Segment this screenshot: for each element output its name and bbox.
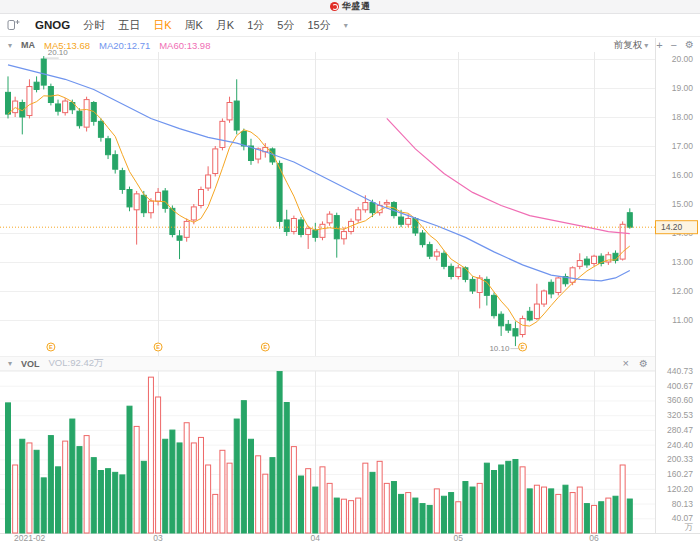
svg-text:120.20: 120.20 xyxy=(667,484,693,494)
symbol-label: GNOG xyxy=(35,19,70,31)
svg-text:240.40: 240.40 xyxy=(667,440,693,450)
vol-label: VOL xyxy=(21,359,40,369)
chart-toolbar: GNOG 分时五日日K周K月K1分5分15分 ▾ xyxy=(0,14,700,37)
adjust-mode-button[interactable]: 前复权 ▾ xyxy=(614,39,649,52)
svg-text:06: 06 xyxy=(589,533,599,543)
svg-text:15.00: 15.00 xyxy=(672,199,694,209)
vol-value: VOL:92.42万 xyxy=(49,357,104,370)
svg-text:03: 03 xyxy=(153,533,163,543)
ma-collapse-icon[interactable]: ▾ xyxy=(8,41,12,50)
svg-text:04: 04 xyxy=(311,533,321,543)
svg-text:320.53: 320.53 xyxy=(667,410,693,420)
top-title-bar: 华盛通 xyxy=(0,0,700,14)
svg-text:160.27: 160.27 xyxy=(667,469,693,479)
svg-text:E: E xyxy=(521,344,525,350)
svg-text:20.00: 20.00 xyxy=(672,54,694,64)
event-marker-icon[interactable]: E xyxy=(47,343,55,351)
zoom-out-button[interactable]: − xyxy=(671,40,677,51)
chart-settings-gear-icon[interactable]: ⚙ xyxy=(685,40,694,50)
huasheng-logo-icon xyxy=(330,2,339,11)
adjust-mode-label: 前复权 xyxy=(614,39,643,52)
svg-text:400.67: 400.67 xyxy=(667,381,693,391)
svg-text:280.47: 280.47 xyxy=(667,425,693,435)
tab-5min[interactable]: 5分 xyxy=(277,18,294,33)
tab-five-day[interactable]: 五日 xyxy=(118,18,140,33)
ma-label: MA xyxy=(21,40,35,50)
chart-controls: 前复权 ▾ + − ⚙ xyxy=(614,39,700,52)
tab-timeshare[interactable]: 分时 xyxy=(83,18,105,33)
ma60-value: MA60:13.98 xyxy=(159,40,210,51)
zoom-in-button[interactable]: + xyxy=(656,40,662,51)
event-marker-icon[interactable]: E xyxy=(261,343,269,351)
svg-text:13.00: 13.00 xyxy=(672,257,694,267)
event-marker-icon[interactable]: E xyxy=(519,343,527,351)
annotation-layer: 20.1010.10EEEE xyxy=(0,48,655,353)
svg-text:11.00: 11.00 xyxy=(672,315,693,325)
last-price-tag: 14.20 xyxy=(656,221,698,234)
brand-name: 华盛通 xyxy=(342,0,371,13)
ma20-value: MA20:12.71 xyxy=(99,40,150,51)
svg-text:05: 05 xyxy=(454,533,464,543)
svg-text:16.00: 16.00 xyxy=(672,170,694,180)
trading-app-window: 华盛通 GNOG 分时五日日K周K月K1分5分15分 ▾ 20.1010.10E… xyxy=(0,0,700,544)
tab-15min[interactable]: 15分 xyxy=(307,18,330,33)
svg-text:E: E xyxy=(156,344,160,350)
svg-text:E: E xyxy=(263,344,267,350)
volume-close-icon[interactable]: × xyxy=(623,358,629,369)
volume-pane-controls: × ⚙ xyxy=(623,358,655,369)
period-dropdown-icon[interactable]: ▾ xyxy=(344,21,348,30)
svg-text:360.60: 360.60 xyxy=(667,395,693,405)
chart-area: 20.1010.10EEEE20.0019.0018.0017.0016.001… xyxy=(0,38,700,544)
ma5-value: MA5:13.68 xyxy=(44,40,90,51)
period-tabs: 分时五日日K周K月K1分5分15分 xyxy=(83,18,331,33)
volume-settings-gear-icon[interactable]: ⚙ xyxy=(639,359,648,369)
svg-text:12.00: 12.00 xyxy=(672,286,694,296)
tab-month-k[interactable]: 月K xyxy=(216,18,234,33)
svg-text:10.10: 10.10 xyxy=(489,344,510,353)
axis-labels: 20.0019.0018.0017.0016.0015.0014.0013.00… xyxy=(14,54,694,543)
svg-text:80.13: 80.13 xyxy=(672,499,694,509)
svg-text:E: E xyxy=(49,344,53,350)
svg-text:17.00: 17.00 xyxy=(672,141,694,151)
adjust-caret-icon: ▾ xyxy=(644,41,648,50)
svg-text:18.00: 18.00 xyxy=(672,112,694,122)
candlestick-series xyxy=(6,56,633,346)
svg-text:200.33: 200.33 xyxy=(667,454,693,464)
stock-chart-canvas[interactable]: 20.1010.10EEEE20.0019.0018.0017.0016.001… xyxy=(0,38,700,544)
event-marker-icon[interactable]: E xyxy=(154,343,162,351)
svg-text:万: 万 xyxy=(685,522,694,532)
svg-text:14.20: 14.20 xyxy=(661,222,683,232)
tab-week-k[interactable]: 周K xyxy=(184,18,202,33)
volume-indicator-row: ▾ VOL VOL:92.42万 × ⚙ xyxy=(0,356,655,371)
svg-text:19.00: 19.00 xyxy=(672,83,694,93)
tab-1min[interactable]: 1分 xyxy=(247,18,264,33)
svg-text:440.73: 440.73 xyxy=(667,366,693,376)
watchlist-add-icon[interactable] xyxy=(7,19,20,31)
svg-text:2021-02: 2021-02 xyxy=(14,533,45,543)
vol-collapse-icon[interactable]: ▾ xyxy=(8,359,12,368)
tab-day-k[interactable]: 日K xyxy=(153,18,171,33)
grid-layer xyxy=(0,38,700,534)
volume-series xyxy=(6,371,633,533)
